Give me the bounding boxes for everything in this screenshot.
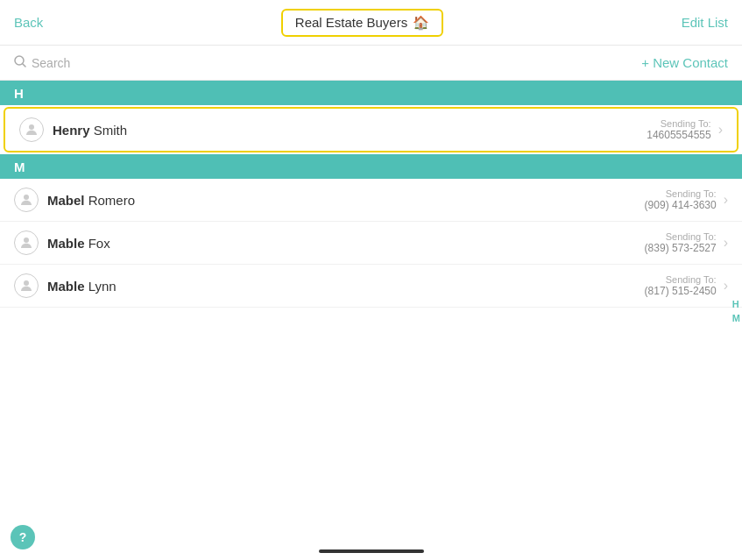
section-header-m: M xyxy=(0,154,742,179)
contact-right: Sending To: (909) 414-3630 › xyxy=(645,188,728,211)
svg-point-3 xyxy=(24,195,29,200)
search-area: Search xyxy=(14,55,70,70)
section-header-h: H xyxy=(0,81,742,105)
chevron-right-icon: › xyxy=(724,192,728,208)
list-title: Real Estate Buyers xyxy=(295,15,407,30)
svg-point-4 xyxy=(24,237,29,243)
contact-right: Sending To: (817) 515-2450 › xyxy=(645,274,728,297)
list-title-box: Real Estate Buyers 🏠 xyxy=(281,9,443,37)
contact-left: Mable Fox xyxy=(14,230,110,255)
contact-name: Mable Lynn xyxy=(47,279,117,294)
contact-right: Sending To: (839) 573-2527 › xyxy=(645,231,728,254)
contact-row-mabel-romero[interactable]: Mabel Romero Sending To: (909) 414-3630 … xyxy=(0,179,742,222)
svg-point-5 xyxy=(24,280,29,286)
svg-line-1 xyxy=(23,64,25,67)
avatar xyxy=(14,188,39,212)
chevron-right-icon: › xyxy=(718,122,723,138)
back-button[interactable]: Back xyxy=(14,15,43,30)
app-header: Back Real Estate Buyers 🏠 Edit List xyxy=(0,0,742,46)
house-icon: 🏠 xyxy=(413,15,429,31)
avatar xyxy=(14,230,39,255)
contact-row-mable-lynn[interactable]: Mable Lynn Sending To: (817) 515-2450 › xyxy=(0,265,742,308)
contact-row-mable-fox[interactable]: Mable Fox Sending To: (839) 573-2527 › xyxy=(0,222,742,265)
search-bar: Search + New Contact xyxy=(0,46,742,81)
sending-to-info: Sending To: 14605554555 xyxy=(647,118,710,141)
svg-point-2 xyxy=(29,124,34,130)
search-label: Search xyxy=(32,56,70,70)
contact-left: Mabel Romero xyxy=(14,188,135,212)
sending-to-info: Sending To: (817) 515-2450 xyxy=(645,274,717,297)
avatar xyxy=(14,273,39,298)
sending-to-info: Sending To: (909) 414-3630 xyxy=(645,188,717,211)
contact-right: Sending To: 14605554555 › xyxy=(647,118,723,141)
side-index: H M xyxy=(732,298,740,325)
contact-row-henry-smith[interactable]: Henry Smith Sending To: 14605554555 › xyxy=(4,107,738,152)
index-letter-h[interactable]: H xyxy=(732,298,740,310)
sending-to-info: Sending To: (839) 573-2527 xyxy=(645,231,717,254)
contact-left: Mable Lynn xyxy=(14,273,117,298)
index-letter-m[interactable]: M xyxy=(732,312,740,324)
contact-left: Henry Smith xyxy=(19,117,127,142)
contact-name: Mable Fox xyxy=(47,236,110,251)
avatar xyxy=(19,117,44,142)
bottom-bar xyxy=(319,549,424,553)
help-button[interactable]: ? xyxy=(11,525,35,549)
contact-name: Mabel Romero xyxy=(47,193,135,208)
new-contact-button[interactable]: + New Contact xyxy=(641,55,728,70)
chevron-right-icon: › xyxy=(724,278,728,294)
chevron-right-icon: › xyxy=(724,235,728,251)
edit-list-button[interactable]: Edit List xyxy=(682,15,728,30)
contact-name: Henry Smith xyxy=(53,123,127,138)
search-icon xyxy=(14,55,26,70)
